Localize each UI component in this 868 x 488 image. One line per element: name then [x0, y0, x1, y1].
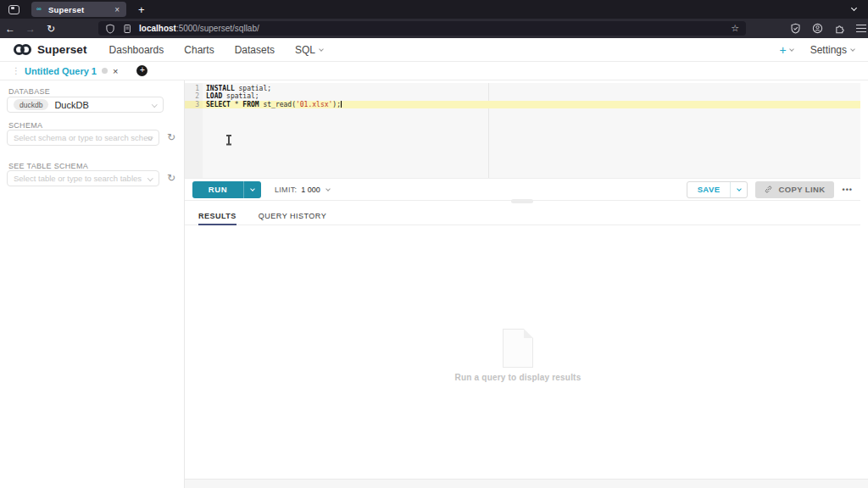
run-options-button[interactable] — [243, 181, 261, 198]
url-host: localhost — [139, 24, 176, 33]
bookmark-star-icon[interactable]: ☆ — [731, 23, 739, 34]
refresh-tables-icon[interactable]: ↻ — [167, 172, 175, 184]
browser-toolbar-icons — [790, 23, 866, 34]
limit-dropdown[interactable]: LIMIT: 1 000 — [275, 186, 330, 194]
link-icon — [764, 185, 773, 194]
database-label: DATABASE — [8, 87, 50, 96]
app-nav-bar: Superset Dashboards Charts Datasets SQL … — [0, 38, 868, 62]
run-button[interactable]: RUN — [192, 181, 243, 198]
browser-nav-bar: ← → ↻ localhost:5000/superset/sqllab/ ☆ — [0, 19, 868, 38]
sql-text: spatial; — [235, 85, 271, 92]
superset-favicon-icon: ∞ — [36, 6, 43, 13]
sql-keyword: LOAD — [206, 92, 222, 100]
copy-link-button[interactable]: COPY LINK — [755, 181, 833, 198]
chevron-down-icon — [152, 102, 157, 107]
nav-item-datasets[interactable]: Datasets — [235, 44, 275, 56]
code-line[interactable]: INSTALL spatial; — [203, 85, 860, 92]
chevron-down-icon — [789, 47, 794, 52]
line-number: 2 — [185, 92, 203, 100]
chevron-down-icon — [147, 175, 153, 180]
empty-results-message: Run a query to display results — [391, 373, 645, 382]
schema-select[interactable]: Select schema or type to search schemas — [7, 130, 159, 146]
line-number: 1 — [185, 85, 203, 92]
firefox-view-icon[interactable] — [8, 5, 19, 14]
new-content-button[interactable]: + — [779, 43, 793, 57]
new-tab-button[interactable]: + — [138, 3, 145, 16]
run-button-group: RUN — [192, 181, 261, 198]
drag-handle-icon[interactable]: ⋮ — [12, 66, 19, 75]
tab-query-history[interactable]: QUERY HISTORY — [259, 208, 326, 225]
shield-icon[interactable] — [105, 24, 115, 34]
superset-logo-icon[interactable]: Superset — [14, 43, 87, 56]
settings-menu[interactable]: Settings — [810, 44, 854, 56]
save-options-button[interactable] — [730, 182, 747, 197]
sql-keyword: SELECT — [206, 101, 231, 108]
sql-string: '01.xlsx' — [296, 101, 332, 108]
chevron-down-icon — [326, 186, 331, 191]
page-info-icon[interactable] — [122, 24, 132, 34]
schema-label: SCHEMA — [8, 121, 42, 130]
database-value: DuckDB — [54, 100, 88, 110]
menu-icon[interactable] — [856, 28, 866, 30]
browser-tab[interactable]: ∞ Superset × — [31, 2, 126, 17]
url-path: :5000/superset/sqllab/ — [176, 24, 259, 33]
tab-list-chevron-icon[interactable] — [851, 5, 857, 11]
refresh-schemas-icon[interactable]: ↻ — [167, 131, 175, 143]
sql-editor[interactable]: 1 2 3 INSTALL spatial; LOAD spatial; SEL… — [185, 83, 860, 178]
nav-item-charts[interactable]: Charts — [184, 44, 214, 56]
schema-placeholder: Select schema or type to search schemas — [14, 133, 153, 142]
query-status-dot — [102, 68, 108, 74]
back-icon[interactable]: ← — [0, 23, 20, 35]
nav-item-sql-label: SQL — [295, 44, 315, 56]
chevron-down-icon — [319, 47, 324, 52]
tab-close-icon[interactable]: × — [113, 5, 121, 14]
sql-text: ); — [332, 101, 341, 108]
copy-link-label: COPY LINK — [778, 185, 825, 194]
extensions-icon[interactable] — [834, 23, 845, 34]
code-line[interactable]: LOAD spatial; — [203, 92, 860, 100]
save-button-group: SAVE — [687, 181, 748, 198]
more-options-button[interactable]: ••• — [843, 186, 853, 194]
sql-keyword: INSTALL — [206, 85, 235, 92]
query-tab-label: Untitled Query 1 — [25, 66, 97, 76]
see-table-schema-label: SEE TABLE SCHEMA — [8, 162, 88, 170]
editor-code-area[interactable]: INSTALL spatial; LOAD spatial; SELECT * … — [203, 83, 860, 178]
url-bar[interactable]: localhost:5000/superset/sqllab/ ☆ — [98, 21, 746, 36]
logo-ring-right — [20, 44, 31, 55]
query-tab-bar: ⋮ Untitled Query 1 × + — [0, 62, 868, 80]
settings-label: Settings — [810, 44, 847, 56]
table-select[interactable]: Select table or type to search tables — [7, 170, 159, 186]
tab-results[interactable]: RESULTS — [198, 208, 236, 225]
chevron-down-icon — [850, 47, 855, 52]
nav-item-dashboards[interactable]: Dashboards — [109, 44, 164, 56]
sql-text: * — [231, 101, 242, 108]
browser-tab-title: Superset — [48, 5, 113, 14]
line-number-active: 3 — [185, 101, 203, 108]
database-engine-badge: duckdb — [14, 99, 48, 110]
editor-gutter: 1 2 3 — [185, 83, 203, 178]
plus-icon: + — [779, 43, 786, 57]
nav-item-sql[interactable]: SQL — [295, 44, 323, 56]
results-scrollbar-track[interactable] — [185, 479, 868, 488]
results-tab-bar: RESULTS QUERY HISTORY — [185, 208, 860, 225]
limit-label: LIMIT: — [275, 186, 297, 194]
sql-keyword: FROM — [242, 101, 259, 108]
add-query-tab-button[interactable]: + — [136, 65, 147, 76]
app-nav-right: + Settings — [779, 38, 854, 62]
database-select[interactable]: duckdb DuckDB — [7, 97, 164, 113]
query-tab-active[interactable]: ⋮ Untitled Query 1 × — [7, 62, 123, 80]
sql-lab-sidebar: DATABASE duckdb DuckDB SCHEMA Select sch… — [0, 80, 185, 488]
query-tab-close-icon[interactable]: × — [113, 66, 118, 76]
text-cursor — [341, 101, 342, 108]
sql-text: spatial; — [222, 92, 259, 100]
limit-value: 1 000 — [301, 186, 320, 194]
tracking-protection-icon[interactable] — [790, 23, 801, 34]
reload-icon[interactable]: ↻ — [41, 23, 61, 35]
panel-resize-handle[interactable] — [511, 199, 533, 203]
app-nav-items: Dashboards Charts Datasets SQL — [109, 44, 323, 56]
save-button[interactable]: SAVE — [687, 182, 731, 197]
forward-icon[interactable]: → — [20, 23, 41, 35]
editor-toolbar: RUN LIMIT: 1 000 SAVE COPY LINK ••• — [185, 178, 860, 201]
code-line-active[interactable]: SELECT * FROM st_read('01.xlsx'); — [203, 101, 860, 108]
account-icon[interactable] — [812, 23, 823, 34]
